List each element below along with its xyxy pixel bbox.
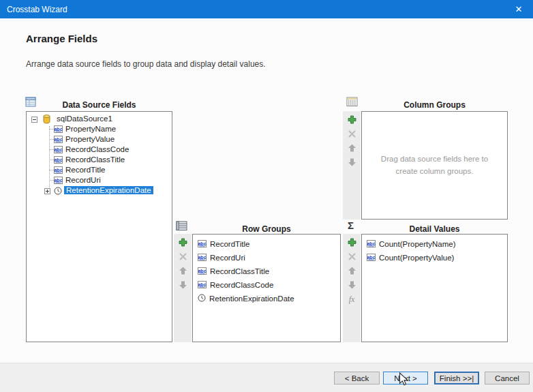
remove-icon: [348, 252, 356, 261]
page-title: Arrange Fields: [26, 33, 97, 44]
tree-item-selected[interactable]: RetentionExpirationDate: [27, 185, 172, 196]
title-bar: Crosstab Wizard ✕: [0, 0, 533, 18]
add-button[interactable]: [177, 237, 188, 247]
svg-text:abc: abc: [54, 127, 62, 132]
expand-expander-icon[interactable]: [44, 187, 50, 196]
collapse-expander-icon[interactable]: [31, 116, 37, 124]
string-field-icon: abc: [54, 166, 63, 175]
list-item[interactable]: abc Count(PropertyValue): [362, 251, 507, 265]
string-field-icon: abc: [54, 125, 63, 134]
move-down-icon: [348, 157, 356, 167]
svg-text:abc: abc: [367, 241, 375, 245]
remove-button[interactable]: [177, 251, 188, 262]
tree-item-label: RecordTitle: [65, 166, 105, 174]
tree-item[interactable]: abc RecordClassCode: [27, 145, 172, 155]
string-field-icon: abc: [198, 267, 207, 276]
column-groups-panel[interactable]: Drag data source fields here to create c…: [361, 111, 508, 220]
move-down-icon: [179, 280, 187, 290]
move-up-icon: [348, 266, 356, 275]
finish-button[interactable]: Finish >>|: [434, 372, 479, 385]
tree-item-label: RecordClassTitle: [65, 155, 125, 164]
svg-text:abc: abc: [198, 282, 206, 286]
tree-item[interactable]: abc PropertyValue: [27, 134, 172, 145]
svg-text:abc: abc: [367, 254, 375, 259]
data-source-fields-panel: sqlDataSource1 abc PropertyName abc Prop…: [26, 111, 172, 342]
list-item-label: Count(PropertyName): [379, 240, 455, 248]
list-item[interactable]: abc RecordClassTitle: [193, 265, 340, 278]
remove-icon: [348, 130, 356, 138]
string-field-icon: abc: [54, 136, 63, 145]
datetime-field-icon: [54, 187, 62, 196]
tree-item-root[interactable]: sqlDataSource1: [27, 114, 172, 124]
page-subtitle: Arrange data source fields to group data…: [26, 59, 266, 69]
tree-item[interactable]: abc RecordUri: [27, 175, 172, 185]
add-button[interactable]: [346, 114, 357, 125]
svg-text:abc: abc: [198, 268, 206, 273]
string-field-icon: abc: [54, 156, 63, 165]
column-groups-icon: [346, 97, 359, 110]
tree-item[interactable]: abc RecordClassTitle: [27, 155, 172, 165]
back-button[interactable]: < Back: [334, 372, 380, 385]
summary-options-icon: fx: [349, 295, 355, 305]
close-icon: ✕: [515, 4, 523, 14]
move-down-icon: [348, 280, 356, 290]
move-up-button[interactable]: [346, 265, 357, 276]
tree-item-label: PropertyValue: [65, 135, 115, 143]
move-up-button[interactable]: [346, 142, 357, 153]
tree-item-label: sqlDataSource1: [57, 115, 112, 123]
row-groups-list: abc RecordTitle abc RecordUri abc Record…: [193, 237, 340, 305]
detail-values-panel: abc Count(PropertyName) abc Count(Proper…: [361, 234, 508, 342]
remove-button[interactable]: [346, 251, 357, 262]
cancel-button[interactable]: Cancel: [485, 372, 530, 385]
tree-item-label: RecordClassCode: [65, 145, 129, 153]
tree-item[interactable]: abc RecordTitle: [27, 165, 172, 175]
detail-values-title: Detail Values: [361, 224, 508, 234]
summary-options-button[interactable]: fx: [346, 294, 357, 305]
tree-item[interactable]: abc PropertyName: [27, 124, 172, 134]
svg-text:abc: abc: [54, 168, 62, 172]
string-field-icon: abc: [367, 254, 376, 262]
string-field-icon: abc: [54, 177, 63, 185]
next-button[interactable]: Next >: [383, 372, 428, 385]
list-item-label: RetentionExpirationDate: [209, 295, 294, 303]
add-icon: [347, 115, 357, 125]
tree-item-label: RecordUri: [65, 176, 101, 184]
datetime-field-icon: [198, 294, 206, 303]
list-item[interactable]: abc RecordTitle: [193, 237, 340, 251]
row-groups-toolbar: [174, 234, 192, 342]
list-item-label: Count(PropertyValue): [379, 254, 454, 262]
add-button[interactable]: [346, 237, 357, 247]
column-groups-toolbar: [343, 111, 361, 220]
column-groups-empty-hint: Drag data source fields here to create c…: [362, 112, 507, 219]
list-item[interactable]: abc RecordUri: [193, 251, 340, 265]
row-groups-icon: [176, 221, 188, 234]
column-groups-title: Column Groups: [361, 100, 508, 110]
remove-button[interactable]: [346, 128, 357, 139]
list-item-label: RecordTitle: [210, 240, 249, 248]
close-button[interactable]: ✕: [504, 0, 533, 18]
move-down-button[interactable]: [346, 280, 357, 290]
svg-text:abc: abc: [54, 157, 62, 162]
move-down-button[interactable]: [346, 157, 357, 168]
row-groups-title: Row Groups: [192, 224, 341, 234]
data-source-fields-title: Data Source Fields: [26, 100, 172, 110]
sigma-icon: Σ: [348, 220, 354, 231]
svg-text:abc: abc: [198, 254, 206, 259]
move-up-icon: [348, 143, 356, 153]
row-groups-panel: abc RecordTitle abc RecordUri abc Record…: [192, 234, 341, 342]
detail-values-toolbar: fx: [343, 234, 361, 342]
tree-item-label: RetentionExpirationDate: [64, 186, 153, 194]
list-item[interactable]: abc Count(PropertyName): [362, 237, 507, 251]
string-field-icon: abc: [198, 254, 207, 262]
string-field-icon: abc: [198, 240, 207, 249]
list-item-label: RecordUri: [210, 254, 245, 262]
move-up-icon: [179, 266, 187, 275]
move-down-button[interactable]: [177, 280, 188, 290]
move-up-button[interactable]: [177, 265, 188, 276]
list-item[interactable]: abc RecordClassCode: [193, 278, 340, 292]
window-title: Crosstab Wizard: [0, 5, 67, 14]
list-item-label: RecordClassTitle: [210, 267, 269, 275]
svg-text:abc: abc: [198, 241, 206, 245]
list-item[interactable]: RetentionExpirationDate: [193, 292, 340, 305]
detail-values-list: abc Count(PropertyName) abc Count(Proper…: [362, 237, 507, 265]
